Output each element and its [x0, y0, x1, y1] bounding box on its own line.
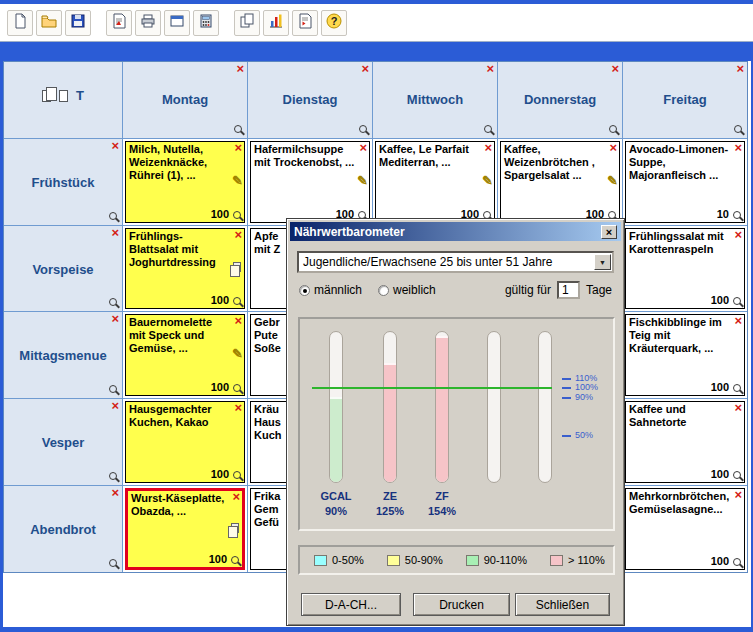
help-button[interactable]: ? [321, 10, 347, 36]
meal-cell: ×✎Milch, Nutella, Weizenknäcke, Rührei (… [123, 139, 247, 225]
delete-icon[interactable]: × [234, 141, 242, 154]
delete-icon[interactable]: × [484, 141, 492, 154]
delete-icon[interactable]: × [611, 62, 619, 75]
magnifier-icon[interactable] [733, 558, 741, 566]
day-label: Montag [123, 92, 247, 107]
delete-icon[interactable]: × [234, 314, 242, 327]
meal-card[interactable]: ×✎Kaffee, Weizenbrötchen , Spargelsalat … [500, 141, 620, 223]
magnifier-icon[interactable] [733, 471, 741, 479]
meal-card[interactable]: ×✎Hafermilchsuppe mit Trockenobst, ...10… [250, 141, 370, 223]
open-plan-button[interactable] [36, 10, 62, 36]
delete-icon[interactable]: × [734, 401, 742, 414]
edit-icon[interactable]: ✎ [607, 174, 618, 187]
meal-text: Fischkibblinge im Teig mit Kräuterquark,… [629, 316, 731, 356]
delete-icon[interactable]: × [734, 314, 742, 327]
magnifier-icon[interactable] [109, 472, 117, 480]
gauge-track [435, 331, 449, 483]
delete-icon[interactable]: × [236, 62, 244, 75]
statistics-button[interactable] [263, 10, 289, 36]
meal-cell: ×✎Bauernomelette mit Speck und Gemüse, .… [123, 312, 247, 398]
new-plan-icon[interactable] [59, 90, 68, 102]
edit-icon[interactable]: ✎ [482, 174, 493, 187]
copy-icon[interactable] [231, 523, 239, 533]
magnifier-icon[interactable] [733, 211, 741, 219]
row-header: ×Vesper [4, 399, 122, 485]
print-button[interactable] [135, 10, 161, 36]
magnifier-icon[interactable] [359, 125, 367, 133]
delete-icon[interactable]: × [111, 399, 119, 412]
save-button[interactable] [65, 10, 91, 36]
meal-card[interactable]: ×Frühlingssalat mit Karottenraspeln100 [625, 228, 745, 309]
dach-button[interactable]: D-A-CH... [301, 593, 401, 616]
meal-card[interactable]: ×Wurst-Käseplatte, Obazda, ...100 [125, 488, 245, 570]
meal-card[interactable]: ×✎Bauernomelette mit Speck und Gemüse, .… [125, 314, 245, 396]
delete-icon[interactable]: × [234, 228, 242, 241]
meal-card[interactable]: ×Hausgemachter Kuchen, Kakao100 [125, 401, 245, 483]
magnifier-icon[interactable] [609, 125, 617, 133]
magnifier-icon[interactable] [484, 125, 492, 133]
copy-week-icon[interactable] [42, 90, 51, 102]
delete-icon[interactable]: × [359, 141, 367, 154]
delete-icon[interactable]: × [232, 490, 240, 503]
magnifier-icon[interactable] [233, 384, 241, 392]
delete-icon[interactable]: × [486, 62, 494, 75]
magnifier-icon[interactable] [109, 385, 117, 393]
edit-icon[interactable]: ✎ [232, 174, 243, 187]
day-header: ×Freitag [623, 62, 747, 138]
legend-label: > 110% [568, 554, 605, 566]
print-preview-button[interactable] [164, 10, 190, 36]
meal-card[interactable]: ×✎Kaffee, Le Parfait Mediterran, ...100 [375, 141, 495, 223]
delete-icon[interactable]: × [111, 226, 119, 239]
delete-icon[interactable]: × [111, 139, 119, 152]
magnifier-icon[interactable] [733, 297, 741, 305]
chevron-down-icon[interactable]: ▼ [594, 254, 611, 270]
magnifier-icon[interactable] [233, 211, 241, 219]
radio-male[interactable] [299, 285, 310, 296]
profile-select[interactable]: Jugendliche/Erwachsene 25 bis unter 51 J… [297, 251, 614, 273]
magnifier-icon[interactable] [733, 384, 741, 392]
magnifier-icon[interactable] [233, 297, 241, 305]
print-dialog-button[interactable]: Drucken [413, 593, 510, 616]
meal-card[interactable]: ×Mehrkornbrötchen, Gemüselasagne...100 [625, 488, 745, 570]
meal-card[interactable]: ×Avocado-Limonen-Suppe, Majoranfleisch .… [625, 141, 745, 223]
magnifier-icon[interactable] [109, 559, 117, 567]
dialog-titlebar[interactable]: Nährwertbarometer × [290, 222, 621, 241]
magnifier-icon[interactable] [109, 298, 117, 306]
calculator-button[interactable] [193, 10, 219, 36]
meal-cell: ×Frühlingssalat mit Karottenraspeln100 [623, 226, 747, 311]
delete-icon[interactable]: × [734, 141, 742, 154]
axis-tick [562, 387, 571, 389]
calculator-icon [198, 13, 214, 33]
close-dialog-button[interactable]: Schließen [515, 593, 610, 616]
close-icon[interactable]: × [601, 225, 617, 239]
delete-icon[interactable]: × [609, 141, 617, 154]
delete-icon[interactable]: × [111, 486, 119, 499]
edit-icon[interactable]: ✎ [232, 347, 243, 360]
copy-icon[interactable] [233, 262, 241, 272]
copy-plan-button[interactable] [234, 10, 260, 36]
meal-card[interactable]: ×Frühlings-Blattsalat mit Joghurtdressin… [125, 228, 245, 309]
meal-text: Kaffee, Le Parfait Mediterran, ... [379, 143, 481, 169]
weekly-report-button[interactable] [106, 10, 132, 36]
meal-card[interactable]: ×Kaffee und Sahnetorte100 [625, 401, 745, 483]
delete-icon[interactable]: × [734, 488, 742, 501]
meal-card[interactable]: ×Fischkibblinge im Teig mit Kräuterquark… [625, 314, 745, 396]
edit-icon[interactable]: ✎ [357, 174, 368, 187]
magnifier-icon[interactable] [109, 212, 117, 220]
magnifier-icon[interactable] [231, 556, 239, 564]
radio-female[interactable] [378, 285, 389, 296]
magnifier-icon[interactable] [734, 125, 742, 133]
nutrition-report-button[interactable] [292, 10, 318, 36]
template-button[interactable]: T [76, 88, 84, 103]
delete-icon[interactable]: × [234, 401, 242, 414]
meal-cell: ×Kaffee und Sahnetorte100 [623, 399, 747, 485]
delete-icon[interactable]: × [361, 62, 369, 75]
validity-days-input[interactable] [557, 281, 580, 299]
magnifier-icon[interactable] [233, 471, 241, 479]
delete-icon[interactable]: × [734, 228, 742, 241]
meal-card[interactable]: ×✎Milch, Nutella, Weizenknäcke, Rührei (… [125, 141, 245, 223]
delete-icon[interactable]: × [736, 62, 744, 75]
new-document-button[interactable] [7, 10, 33, 36]
magnifier-icon[interactable] [234, 125, 242, 133]
delete-icon[interactable]: × [111, 312, 119, 325]
